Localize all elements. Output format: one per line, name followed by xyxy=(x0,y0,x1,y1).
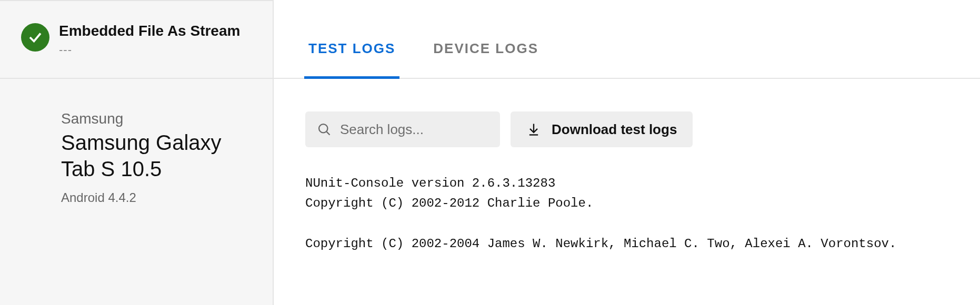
tab-device-logs[interactable]: DEVICE LOGS xyxy=(430,40,542,78)
search-input[interactable] xyxy=(340,121,488,138)
search-icon xyxy=(317,122,332,137)
download-button-label: Download test logs xyxy=(552,121,677,138)
sidebar: Embedded File As Stream --- Samsung Sams… xyxy=(0,0,274,305)
svg-point-0 xyxy=(319,124,327,133)
device-info: Samsung Samsung Galaxy Tab S 10.5 Androi… xyxy=(0,79,273,205)
sidebar-header: Embedded File As Stream --- xyxy=(0,0,273,79)
tabs: TEST LOGS DEVICE LOGS xyxy=(274,0,980,79)
main-panel: TEST LOGS DEVICE LOGS Download test logs xyxy=(274,0,980,305)
log-output: NUnit-Console version 2.6.3.13283 Copyri… xyxy=(274,147,980,255)
controls-row: Download test logs xyxy=(274,79,980,147)
device-name: Samsung Galaxy Tab S 10.5 xyxy=(61,129,235,182)
status-success-icon xyxy=(21,23,49,52)
device-vendor: Samsung xyxy=(61,110,257,127)
download-icon xyxy=(526,122,541,137)
test-subtitle: --- xyxy=(59,43,240,57)
search-box[interactable] xyxy=(305,111,500,147)
test-title: Embedded File As Stream xyxy=(59,22,240,40)
download-test-logs-button[interactable]: Download test logs xyxy=(511,111,693,147)
svg-line-1 xyxy=(327,132,330,135)
device-os: Android 4.4.2 xyxy=(61,190,257,205)
header-texts: Embedded File As Stream --- xyxy=(59,22,240,57)
app-layout: Embedded File As Stream --- Samsung Sams… xyxy=(0,0,980,305)
tab-test-logs[interactable]: TEST LOGS xyxy=(305,40,398,78)
